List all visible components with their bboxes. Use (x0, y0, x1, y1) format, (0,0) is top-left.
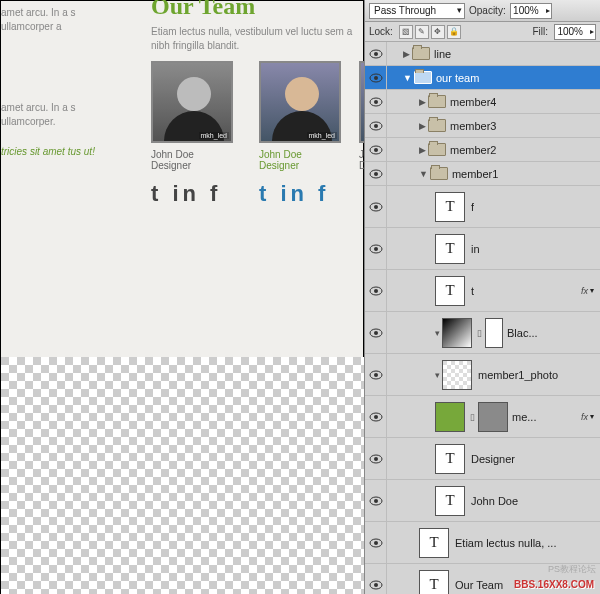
layer-name[interactable]: Etiam lectus nulla, ... (455, 537, 557, 549)
fill-input[interactable]: 100% (554, 24, 596, 40)
visibility-toggle[interactable] (365, 564, 387, 594)
folder-icon (414, 71, 432, 84)
layer-name[interactable]: Blac... (507, 327, 538, 339)
layer-row[interactable]: ▾▯Blac... (365, 312, 600, 354)
visibility-toggle[interactable] (365, 270, 387, 311)
expand-arrow-icon[interactable]: ▶ (403, 49, 410, 59)
panel-toolbar: Pass Through Opacity: 100% (365, 0, 600, 22)
team-member: mkh_led John Doe Designer t in f (151, 61, 241, 207)
layer-name[interactable]: Designer (471, 453, 515, 465)
layer-name[interactable]: f (471, 201, 474, 213)
layer-name[interactable]: John Doe (471, 495, 518, 507)
text-layer-thumb: T (435, 444, 465, 474)
visibility-toggle[interactable] (365, 438, 387, 479)
visibility-toggle[interactable] (365, 354, 387, 395)
transparency-grid (1, 357, 365, 594)
svg-point-1 (374, 52, 378, 56)
layer-mask-thumb[interactable] (485, 318, 503, 348)
layer-name[interactable]: member2 (450, 144, 496, 156)
folder-icon (412, 47, 430, 60)
layer-name[interactable]: t (471, 285, 474, 297)
watermark: BBS.16XX8.COM (514, 579, 594, 590)
expand-arrow-icon[interactable]: ▶ (419, 97, 426, 107)
blend-mode-dropdown[interactable]: Pass Through (369, 3, 465, 19)
layer-row[interactable]: ▶member3 (365, 114, 600, 138)
layer-row[interactable]: ▶member2 (365, 138, 600, 162)
expand-arrow-icon[interactable]: ▼ (419, 169, 428, 179)
member-role: Designer (259, 160, 349, 171)
social-icons: t in f (151, 181, 241, 207)
layer-name[interactable]: member1 (452, 168, 498, 180)
expand-arrow-icon[interactable]: ▼ (403, 73, 412, 83)
layer-name[interactable]: in (471, 243, 480, 255)
text-layer-thumb: T (419, 528, 449, 558)
member-role: Designer (151, 160, 241, 171)
smart-object-thumb (442, 360, 472, 390)
lock-all-icon[interactable]: 🔒 (447, 25, 461, 39)
visibility-toggle[interactable] (365, 186, 387, 227)
svg-point-31 (374, 583, 378, 587)
member-photo: mkh_led (259, 61, 341, 143)
visibility-toggle[interactable] (365, 480, 387, 521)
opacity-input[interactable]: 100% (510, 3, 552, 19)
svg-point-29 (374, 541, 378, 545)
layer-name[interactable]: member4 (450, 96, 496, 108)
layer-name[interactable]: member1_photo (478, 369, 558, 381)
visibility-toggle[interactable] (365, 312, 387, 353)
section-description: Etiam lectus nulla, vestibulum vel luctu… (151, 25, 371, 53)
visibility-toggle[interactable] (365, 114, 387, 137)
lock-position-icon[interactable]: ✥ (431, 25, 445, 39)
visibility-toggle[interactable] (365, 138, 387, 161)
layer-row[interactable]: ▼member1 (365, 162, 600, 186)
svg-point-21 (374, 373, 378, 377)
layer-row[interactable]: Tin (365, 228, 600, 270)
svg-point-25 (374, 457, 378, 461)
fx-badge[interactable]: fx (581, 412, 590, 422)
layer-row[interactable]: ▶member4 (365, 90, 600, 114)
layer-row[interactable]: ▾member1_photo (365, 354, 600, 396)
layer-name[interactable]: Our Team (455, 579, 503, 591)
team-member: mkh_led John Doe Designer t in f (259, 61, 349, 207)
layer-row[interactable]: ▶line (365, 42, 600, 66)
layer-name[interactable]: member3 (450, 120, 496, 132)
adjustment-thumb (442, 318, 472, 348)
svg-point-15 (374, 247, 378, 251)
link-icon[interactable]: ▯ (470, 412, 475, 422)
lock-transparency-icon[interactable]: ▧ (399, 25, 413, 39)
layer-name[interactable]: me... (512, 411, 536, 423)
layers-list[interactable]: ▶line▼our team▶member4▶member3▶member2▼m… (365, 42, 600, 594)
vector-mask-thumb[interactable] (478, 402, 508, 432)
link-icon[interactable]: ▯ (477, 328, 482, 338)
text-layer-thumb: T (435, 276, 465, 306)
visibility-toggle[interactable] (365, 42, 387, 65)
lock-label: Lock: (369, 26, 393, 37)
layer-row[interactable]: Ttfx▾ (365, 270, 600, 312)
member-name: John Doe (151, 149, 241, 160)
visibility-toggle[interactable] (365, 162, 387, 185)
text-layer-thumb: T (435, 192, 465, 222)
visibility-toggle[interactable] (365, 396, 387, 437)
member-name: John Doe (259, 149, 349, 160)
expand-arrow-icon[interactable]: ▶ (419, 145, 426, 155)
svg-point-11 (374, 172, 378, 176)
visibility-toggle[interactable] (365, 90, 387, 113)
shape-fill-thumb (435, 402, 465, 432)
layer-name[interactable]: line (434, 48, 451, 60)
expand-arrow-icon[interactable]: ▶ (419, 121, 426, 131)
layer-row[interactable]: TJohn Doe (365, 480, 600, 522)
visibility-toggle[interactable] (365, 228, 387, 269)
lock-image-icon[interactable]: ✎ (415, 25, 429, 39)
visibility-toggle[interactable] (365, 66, 387, 89)
layer-row[interactable]: TDesigner (365, 438, 600, 480)
visibility-toggle[interactable] (365, 522, 387, 563)
quote-text: tricies sit amet tus ut! (1, 146, 131, 157)
fx-badge[interactable]: fx (581, 286, 590, 296)
layer-row[interactable]: Tf (365, 186, 600, 228)
design-canvas: amet arcu. In a s ullamcorper a amet arc… (0, 0, 364, 594)
svg-point-7 (374, 124, 378, 128)
section-title: Our Team (151, 0, 255, 20)
layer-name[interactable]: our team (436, 72, 479, 84)
layer-row[interactable]: ▼our team (365, 66, 600, 90)
layer-row[interactable]: ▯me...fx▾ (365, 396, 600, 438)
layer-row[interactable]: TEtiam lectus nulla, ... (365, 522, 600, 564)
